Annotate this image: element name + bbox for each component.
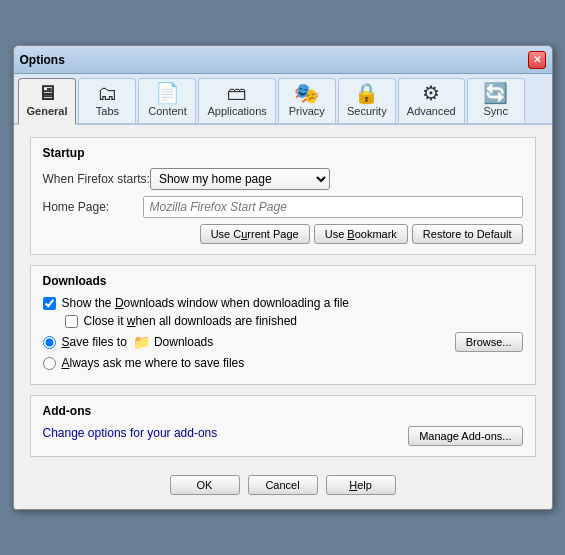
use-bookmark-button[interactable]: Use Bookmark: [314, 224, 408, 244]
close-downloads-checkbox[interactable]: [65, 315, 78, 328]
tabs-icon: 🗂: [97, 83, 117, 103]
window-title: Options: [20, 53, 65, 67]
use-current-button[interactable]: Use Current Page: [200, 224, 310, 244]
tab-sync-label: Sync: [484, 105, 508, 117]
title-bar: Options ✕: [14, 46, 552, 74]
privacy-icon: 🎭: [294, 83, 319, 103]
startup-section-title: Startup: [43, 146, 523, 160]
startup-section: Startup When Firefox starts: Show my hom…: [30, 137, 536, 255]
homepage-input[interactable]: [143, 196, 523, 218]
homepage-row: Home Page:: [43, 196, 523, 218]
startup-dropdown[interactable]: Show my home page: [150, 168, 330, 190]
tab-advanced[interactable]: ⚙ Advanced: [398, 78, 465, 123]
show-downloads-row: Show the Downloads window when downloadi…: [43, 296, 523, 310]
manage-addons-button[interactable]: Manage Add-ons...: [408, 426, 522, 446]
cancel-button[interactable]: Cancel: [248, 475, 318, 495]
restore-default-button[interactable]: Restore to Default: [412, 224, 523, 244]
tab-security[interactable]: 🔒 Security: [338, 78, 396, 123]
close-downloads-row: Close it when all downloads are finished: [65, 314, 523, 328]
tab-sync[interactable]: 🔄 Sync: [467, 78, 525, 123]
ask-save-radio[interactable]: [43, 357, 56, 370]
tab-content-label: Content: [148, 105, 187, 117]
addons-section: Add-ons Change options for your add-ons …: [30, 395, 536, 457]
browse-button[interactable]: Browse...: [455, 332, 523, 352]
homepage-buttons: Use Current Page Use Bookmark Restore to…: [43, 224, 523, 244]
help-button[interactable]: Help: [326, 475, 396, 495]
downloads-section-title: Downloads: [43, 274, 523, 288]
show-downloads-checkbox[interactable]: [43, 297, 56, 310]
tab-general-label: General: [27, 105, 68, 117]
applications-icon: 🗃: [227, 83, 247, 103]
save-files-row: Save files to 📁 Downloads Browse...: [43, 332, 523, 352]
show-downloads-label: Show the Downloads window when downloadi…: [62, 296, 350, 310]
tab-general[interactable]: 🖥 General: [18, 78, 77, 125]
advanced-icon: ⚙: [422, 83, 440, 103]
folder-path: Downloads: [154, 335, 455, 349]
close-button[interactable]: ✕: [528, 51, 546, 69]
when-label: When Firefox starts:: [43, 172, 150, 186]
use-current-label: Use Current Page: [211, 228, 299, 240]
footer-buttons: OK Cancel Help: [30, 467, 536, 499]
content-icon: 📄: [155, 83, 180, 103]
restore-default-label: Restore to Default: [423, 228, 512, 240]
tab-privacy[interactable]: 🎭 Privacy: [278, 78, 336, 123]
tab-bar: 🖥 General 🗂 Tabs 📄 Content 🗃 Application…: [14, 74, 552, 125]
options-window: Options ✕ 🖥 General 🗂 Tabs 📄 Content 🗃 A…: [13, 45, 553, 510]
home-label: Home Page:: [43, 200, 143, 214]
tab-content[interactable]: 📄 Content: [138, 78, 196, 123]
security-icon: 🔒: [354, 83, 379, 103]
addons-desc: Change options for your add-ons: [43, 426, 218, 440]
downloads-section: Downloads Show the Downloads window when…: [30, 265, 536, 385]
tab-privacy-label: Privacy: [289, 105, 325, 117]
close-downloads-label: Close it when all downloads are finished: [84, 314, 297, 328]
tab-security-label: Security: [347, 105, 387, 117]
general-icon: 🖥: [37, 83, 57, 103]
tab-advanced-label: Advanced: [407, 105, 456, 117]
addons-section-title: Add-ons: [43, 404, 523, 418]
tab-tabs[interactable]: 🗂 Tabs: [78, 78, 136, 123]
save-files-label: Save files to: [62, 335, 127, 349]
main-content: Startup When Firefox starts: Show my hom…: [14, 125, 552, 509]
tab-applications-label: Applications: [207, 105, 266, 117]
sync-icon: 🔄: [483, 83, 508, 103]
tab-applications[interactable]: 🗃 Applications: [198, 78, 275, 123]
tab-tabs-label: Tabs: [96, 105, 119, 117]
use-bookmark-label: Use Bookmark: [325, 228, 397, 240]
ok-button[interactable]: OK: [170, 475, 240, 495]
ask-save-label: Always ask me where to save files: [62, 356, 245, 370]
ask-save-row: Always ask me where to save files: [43, 356, 523, 370]
folder-icon: 📁: [133, 334, 150, 350]
save-files-radio[interactable]: [43, 336, 56, 349]
startup-row: When Firefox starts: Show my home page: [43, 168, 523, 190]
